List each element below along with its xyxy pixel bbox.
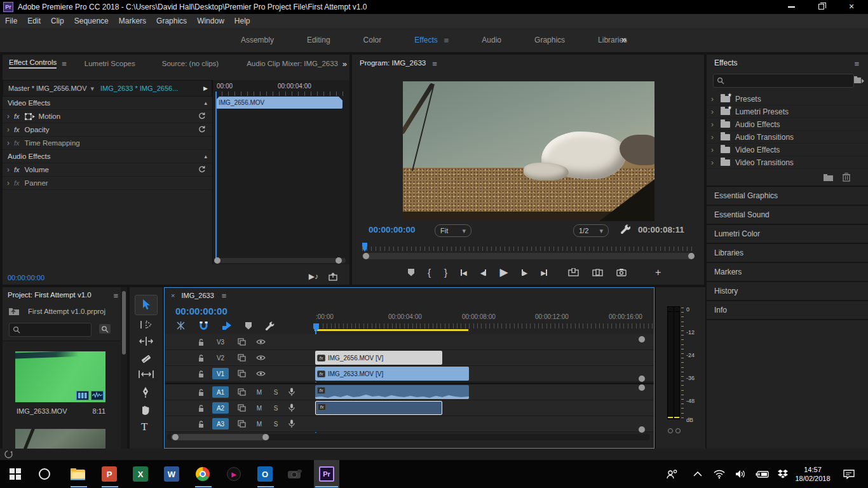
start-button[interactable] — [3, 460, 28, 488]
creative-cloud-sync-icon[interactable] — [4, 450, 13, 459]
go-to-in-icon[interactable]: ◀ — [461, 268, 467, 277]
audio-meter-bars[interactable] — [667, 306, 680, 419]
track-lock-icon[interactable] — [198, 338, 205, 346]
tree-item-lumetri-presets[interactable]: › ★ Lumetri Presets — [707, 105, 868, 118]
effect-row-motion[interactable]: › fx Motion — [3, 110, 212, 123]
work-area-bar[interactable] — [315, 329, 468, 331]
collapse-up-icon[interactable]: ▴ — [204, 153, 207, 159]
timeline-scroll-thumb[interactable] — [171, 434, 269, 440]
workspace-overflow-icon[interactable]: » — [621, 34, 627, 44]
ec-clip-bar[interactable]: IMG_2656.MOV — [215, 97, 342, 109]
panel-lumetri-color[interactable]: Lumetri Color — [707, 225, 868, 244]
track-target-a3[interactable]: A3 — [212, 418, 229, 430]
program-timecode[interactable]: 00:00:00:00 — [369, 225, 416, 234]
solo-button[interactable]: S — [271, 421, 280, 428]
razor-tool[interactable] — [140, 353, 152, 363]
track-target-a2[interactable]: A2 — [212, 402, 229, 414]
project-breadcrumb[interactable]: First Attempt v1.0.prproj — [9, 307, 105, 316]
sync-lock-icon[interactable] — [238, 338, 246, 346]
expand-chevron-icon[interactable]: › — [3, 139, 14, 147]
track-height-handle[interactable] — [639, 384, 645, 391]
ec-ruler-ticks[interactable] — [215, 92, 346, 96]
settings-wrench-icon[interactable] — [620, 224, 630, 234]
scroll-handle-right[interactable] — [262, 434, 269, 440]
taskbar-premiere-active[interactable]: Pr — [314, 460, 339, 488]
menu-help[interactable]: Help — [234, 17, 250, 25]
track-output-eye-icon[interactable] — [256, 339, 266, 345]
track-output-eye-icon[interactable] — [256, 355, 266, 361]
collapse-up-icon[interactable]: ▴ — [204, 100, 207, 106]
minimize-button[interactable] — [788, 6, 795, 8]
mark-out-icon[interactable]: } — [444, 267, 447, 278]
taskbar-excel[interactable]: X — [128, 460, 153, 488]
project-search-input[interactable] — [9, 323, 92, 337]
timeline-timecode[interactable]: 00:00:00:00 — [175, 306, 227, 316]
delete-trash-icon[interactable] — [843, 173, 850, 182]
effect-group-video[interactable]: Video Effects ▴ — [3, 97, 212, 110]
close-button[interactable]: × — [849, 1, 854, 11]
mark-in-icon[interactable]: { — [428, 267, 431, 278]
project-search-box[interactable] — [9, 323, 92, 337]
clip-thumbnail-green[interactable] — [15, 351, 105, 402]
timeline-add-marker-icon[interactable] — [245, 322, 252, 330]
tree-item-video-effects[interactable]: › Video Effects — [707, 144, 868, 156]
clip-a2-audio-selected[interactable]: fx — [315, 401, 442, 415]
expand-chevron-icon[interactable]: › — [3, 165, 14, 174]
timeline-h-scrollbar[interactable] — [167, 434, 650, 440]
meter-solo-left[interactable] — [668, 428, 673, 433]
voiceover-mic-icon[interactable] — [288, 388, 295, 396]
track-lock-icon[interactable] — [198, 354, 205, 362]
solo-button[interactable]: S — [271, 389, 280, 396]
timeline-ruler[interactable]: :00:00 00:00:04:00 00:00:08:00 00:00:12:… — [315, 312, 654, 332]
button-editor-plus-icon[interactable]: + — [655, 267, 661, 278]
tab-source[interactable]: Source: (no clips) — [162, 60, 219, 67]
video-badge-icon[interactable] — [76, 391, 89, 400]
tray-dropbox[interactable] — [773, 460, 793, 488]
clip-v1-img2633[interactable]: fxIMG_2633.MOV [V] — [315, 367, 469, 381]
sync-lock-icon[interactable] — [238, 404, 246, 412]
panel-info[interactable]: Info — [707, 301, 868, 320]
reset-effect-icon[interactable] — [198, 112, 206, 120]
panel-libraries[interactable]: Libraries — [707, 244, 868, 263]
new-custom-bin-icon[interactable] — [853, 75, 864, 85]
program-menu-icon[interactable]: ≡ — [432, 59, 437, 69]
restore-button[interactable] — [818, 4, 824, 10]
mute-button[interactable]: M — [255, 405, 264, 412]
timeline-menu-icon[interactable]: ≡ — [222, 291, 227, 301]
workspace-effects-menu-icon[interactable]: ≡ — [444, 36, 449, 45]
nested-sequence-icon[interactable] — [176, 321, 186, 330]
tray-battery[interactable] — [751, 460, 774, 488]
scroll-handle-left[interactable] — [172, 434, 179, 440]
effect-row-panner[interactable]: › fx Panner — [3, 177, 212, 190]
workspace-tab-effects[interactable]: Effects — [414, 36, 437, 44]
tree-item-presets[interactable]: › ★ Presets — [707, 93, 868, 105]
sync-lock-icon[interactable] — [238, 354, 246, 362]
effects-search-box[interactable] — [713, 74, 854, 88]
linked-selection-icon[interactable] — [222, 321, 232, 330]
pen-tool[interactable] — [140, 386, 151, 398]
timeline-tab-close-icon[interactable]: × — [171, 292, 175, 299]
find-icon[interactable] — [99, 324, 111, 334]
effects-panel-title[interactable]: Effects — [714, 58, 737, 69]
new-bin-icon[interactable] — [824, 173, 834, 181]
menu-edit[interactable]: Edit — [27, 17, 41, 25]
ec-scroll-handle-right[interactable] — [336, 257, 342, 264]
project-panel-menu-icon[interactable]: ≡ — [113, 291, 118, 301]
track-output-eye-icon[interactable] — [256, 370, 266, 377]
slip-tool[interactable] — [139, 370, 154, 379]
workspace-tab-color[interactable]: Color — [363, 36, 382, 44]
menu-markers[interactable]: Markers — [119, 17, 146, 25]
scroll-handle-left[interactable] — [363, 253, 369, 259]
cortana-button[interactable] — [32, 460, 57, 488]
effect-row-volume[interactable]: › fx Volume — [3, 163, 212, 177]
track-target-v2[interactable]: V2 — [212, 352, 229, 363]
scroll-handle-right[interactable] — [688, 253, 695, 259]
effect-row-opacity[interactable]: › fx Opacity — [3, 123, 212, 137]
extract-icon[interactable] — [592, 268, 603, 276]
timeline-tab[interactable]: IMG_2633 — [181, 292, 214, 299]
panel-essential-sound[interactable]: Essential Sound — [707, 206, 868, 225]
track-height-handle[interactable] — [639, 426, 645, 433]
workspace-tab-graphics[interactable]: Graphics — [534, 36, 565, 44]
ec-h-scrollbar[interactable] — [215, 258, 346, 263]
track-target-v1[interactable]: V1 — [212, 368, 229, 379]
